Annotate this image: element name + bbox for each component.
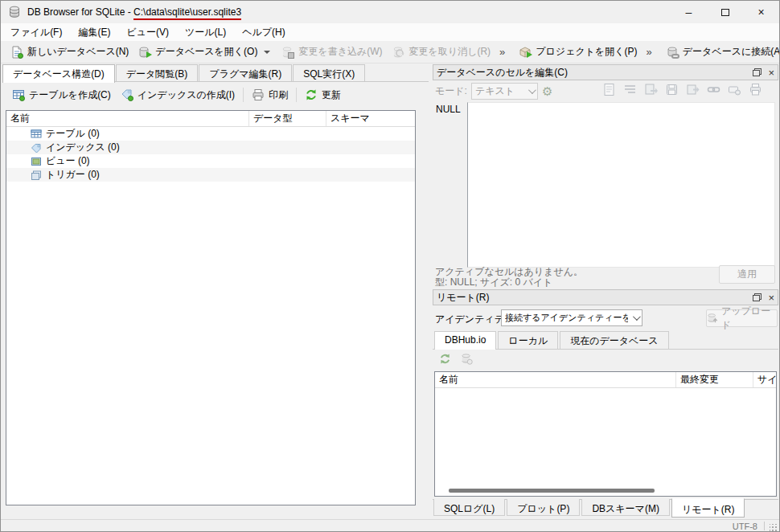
refresh-remote-icon[interactable] bbox=[439, 353, 451, 367]
structure-toolbar: テーブルを作成(C) インデックスの作成(I) 印刷 bbox=[7, 84, 346, 105]
resize-grip[interactable] bbox=[770, 524, 778, 532]
remote-table-header: 名前 最終変更 サイ bbox=[435, 372, 776, 388]
create-table-button[interactable]: テーブルを作成(C) bbox=[7, 87, 116, 104]
create-index-button[interactable]: インデックスの作成(I) bbox=[116, 87, 240, 104]
menu-view[interactable]: ビュー(V) bbox=[118, 23, 177, 42]
menu-file[interactable]: ファイル(F) bbox=[2, 23, 70, 42]
main-tab-bar: データベース構造(D) データ閲覧(B) プラグマ編集(R) SQL実行(X) bbox=[2, 64, 366, 82]
revert-changes-button[interactable]: 変更を取り消し(R) bbox=[388, 43, 496, 60]
tab-database-structure[interactable]: データベース構造(D) bbox=[2, 64, 115, 83]
menu-tools[interactable]: ツール(L) bbox=[177, 23, 234, 42]
tab-edit-pragmas[interactable]: プラグマ編集(R) bbox=[199, 64, 292, 81]
mode-label: モード: bbox=[435, 84, 467, 98]
export-icon[interactable] bbox=[686, 83, 700, 99]
remote-titlebar: リモート(R) × bbox=[433, 289, 778, 305]
maximize-button[interactable] bbox=[707, 1, 743, 23]
bottom-tab-bar: SQLログ(L) プロット(P) DBスキーマ(M) リモート(R) bbox=[433, 499, 746, 518]
clone-database-icon[interactable] bbox=[461, 353, 473, 367]
tree-row-triggers[interactable]: トリガー (0) bbox=[6, 168, 415, 182]
dock-close-icon[interactable]: × bbox=[768, 68, 774, 78]
open-database-icon bbox=[138, 46, 151, 59]
tab-current-database[interactable]: 現在のデータベース bbox=[560, 331, 668, 349]
tree-header: 名前 データ型 スキーマ bbox=[6, 111, 415, 127]
tree-header-schema[interactable]: スキーマ bbox=[326, 111, 415, 126]
upload-button[interactable]: アップロード bbox=[706, 309, 778, 327]
tab-execute-sql[interactable]: SQL実行(X) bbox=[293, 64, 365, 81]
chevron-down-icon bbox=[528, 86, 536, 94]
tree-row-views[interactable]: ビュー (0) bbox=[6, 154, 415, 168]
save-file-icon[interactable] bbox=[665, 83, 679, 99]
tab-local[interactable]: ローカル bbox=[498, 331, 558, 349]
trigger-icon bbox=[31, 170, 42, 181]
cell-editor-textarea[interactable] bbox=[467, 102, 775, 268]
text-document-icon[interactable] bbox=[602, 83, 616, 99]
remote-toolbar bbox=[439, 353, 473, 367]
title-bar: DB Browser for SQLite - C:\data\sqlite\u… bbox=[1, 1, 779, 23]
remote-file-table: 名前 最終変更 サイ bbox=[434, 371, 777, 497]
remote-tab-bar: DBHub.io ローカル 現在のデータベース bbox=[434, 331, 671, 350]
dock-float-icon[interactable] bbox=[753, 68, 762, 76]
remote-header-size[interactable]: サイ bbox=[753, 372, 776, 387]
tab-dbhub[interactable]: DBHub.io bbox=[434, 331, 496, 350]
maximize-icon bbox=[721, 9, 729, 16]
tab-remote[interactable]: リモート(R) bbox=[671, 498, 745, 518]
gear-icon[interactable]: ⚙ bbox=[542, 84, 552, 99]
toolbar-overflow-chevron[interactable]: » bbox=[495, 46, 509, 58]
tree-row-tables[interactable]: テーブル (0) bbox=[6, 127, 415, 141]
identity-combobox[interactable]: 接続するアイデンティティーを選択 bbox=[501, 309, 642, 326]
cell-editor-titlebar: データベースのセルを編集(C) × bbox=[433, 64, 778, 80]
open-database-button[interactable]: データベースを開く(O) bbox=[133, 43, 262, 60]
apply-button[interactable]: 適用 bbox=[719, 265, 775, 284]
scrollbar-thumb[interactable] bbox=[449, 489, 655, 493]
cell-status-line2: 型: NULL; サイズ: 0 バイト bbox=[435, 276, 552, 289]
remote-header-last-modified[interactable]: 最終変更 bbox=[676, 372, 753, 387]
menu-bar: ファイル(F) 編集(E) ビュー(V) ツール(L) ヘルプ(H) bbox=[1, 23, 779, 41]
window-controls: – × bbox=[671, 1, 779, 23]
toolbar-overflow-chevron[interactable]: » bbox=[642, 46, 656, 58]
app-icon bbox=[8, 6, 21, 18]
refresh-button[interactable]: 更新 bbox=[300, 87, 346, 104]
tab-sql-log[interactable]: SQLログ(L) bbox=[433, 499, 505, 516]
write-changes-icon bbox=[281, 46, 294, 59]
set-null-icon[interactable] bbox=[728, 83, 741, 99]
menu-edit[interactable]: 編集(E) bbox=[70, 23, 118, 42]
print-icon bbox=[252, 88, 265, 101]
tab-db-schema[interactable]: DBスキーマ(M) bbox=[581, 499, 670, 516]
revert-changes-icon bbox=[392, 46, 405, 59]
upload-icon bbox=[707, 313, 718, 324]
print-cell-icon[interactable] bbox=[749, 83, 762, 99]
create-table-icon bbox=[12, 88, 25, 101]
attach-database-icon bbox=[666, 46, 679, 59]
remote-title: リモート(R) bbox=[437, 291, 490, 305]
word-wrap-icon[interactable] bbox=[623, 83, 637, 99]
status-bar: UTF-8 bbox=[1, 519, 779, 532]
toolbar-separator bbox=[296, 88, 297, 102]
tree-header-type[interactable]: データ型 bbox=[249, 111, 326, 126]
open-project-button[interactable]: プロジェクトを開く(P) bbox=[514, 43, 642, 60]
print-button[interactable]: 印刷 bbox=[247, 87, 293, 104]
create-index-icon bbox=[121, 88, 133, 101]
view-icon bbox=[31, 156, 42, 167]
tree-header-name[interactable]: 名前 bbox=[6, 111, 249, 126]
tab-plot[interactable]: プロット(P) bbox=[507, 499, 580, 516]
remote-header-name[interactable]: 名前 bbox=[435, 372, 676, 387]
database-structure-tree: 名前 データ型 スキーマ テーブル (0) bbox=[6, 110, 416, 505]
open-database-dropdown-caret[interactable] bbox=[264, 51, 270, 54]
import-file-icon[interactable] bbox=[644, 83, 658, 99]
link-icon[interactable] bbox=[707, 83, 720, 99]
cell-editor-null-value: NULL bbox=[436, 104, 461, 115]
dock-float-icon[interactable] bbox=[753, 293, 762, 301]
refresh-icon bbox=[305, 88, 318, 101]
tab-browse-data[interactable]: データ閲覧(B) bbox=[116, 64, 199, 81]
tree-row-indices[interactable]: インデックス (0) bbox=[6, 141, 415, 154]
close-button[interactable]: × bbox=[743, 1, 779, 23]
write-changes-button[interactable]: 変更を書き込み(W) bbox=[277, 43, 387, 60]
window-title: DB Browser for SQLite - C:\data\sqlite\u… bbox=[27, 6, 241, 18]
mode-combobox[interactable]: テキスト bbox=[471, 83, 538, 100]
horizontal-scrollbar[interactable] bbox=[436, 485, 775, 495]
menu-help[interactable]: ヘルプ(H) bbox=[234, 23, 294, 42]
attach-database-button[interactable]: データベースに接続(A) bbox=[661, 43, 780, 60]
new-database-button[interactable]: 新しいデータベース(N) bbox=[6, 43, 133, 60]
minimize-button[interactable]: – bbox=[671, 1, 707, 23]
dock-close-icon[interactable]: × bbox=[768, 293, 774, 303]
